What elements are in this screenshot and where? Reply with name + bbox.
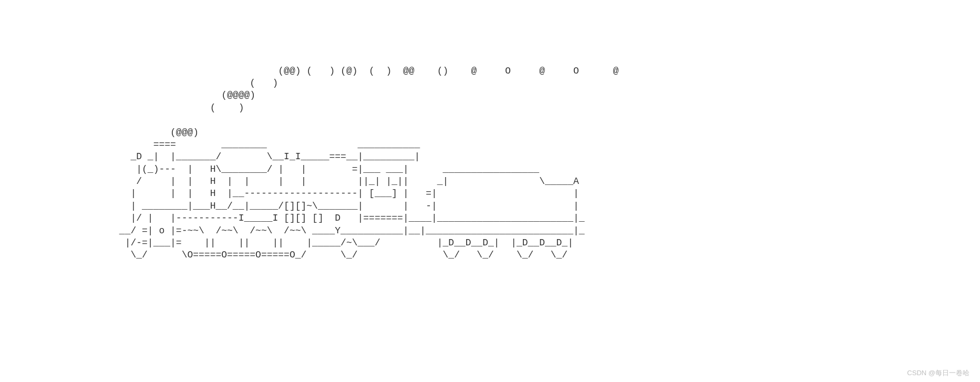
ascii-line-7: _D _| |_______/ \__I_I_____===__|_______… bbox=[0, 151, 420, 162]
ascii-line-15: \_/ \O=====O=====O=====O_/ \_/ \_/ \_/ \… bbox=[0, 250, 568, 260]
ascii-line-11: | ________|___H__/__|_____/[][]~\_______… bbox=[0, 201, 579, 211]
ascii-line-3: ( ) bbox=[0, 102, 244, 113]
ascii-line-8: |(_)--- | H\________/ | | =|___ ___| ___… bbox=[0, 164, 539, 174]
ascii-line-9: / | | H | | | | ||_| |_|| _| \_____A bbox=[0, 176, 579, 187]
ascii-line-5: (@@@) bbox=[0, 127, 199, 138]
ascii-train-art: (@@) ( ) (@) ( ) @@ () @ O @ O @ ( ) (@@… bbox=[0, 49, 980, 262]
ascii-line-6: ==== ________ ___________ bbox=[0, 139, 420, 150]
ascii-line-13: __/ =| o |=-~~\ /~~\ /~~\ /~~\ ____Y____… bbox=[0, 225, 585, 236]
ascii-line-14: |/-=|___|= || || || |_____/~\___/ |_D__D… bbox=[0, 238, 573, 248]
ascii-line-10: | | | H |__--------------------| [___] |… bbox=[0, 188, 579, 199]
ascii-line-1: ( ) bbox=[0, 78, 278, 88]
ascii-line-12: |/ | |-----------I_____I [][] [] D |====… bbox=[0, 213, 585, 223]
ascii-line-2: (@@@@) bbox=[0, 90, 255, 100]
ascii-line-0: (@@) ( ) (@) ( ) @@ () @ O @ O @ bbox=[0, 66, 618, 76]
